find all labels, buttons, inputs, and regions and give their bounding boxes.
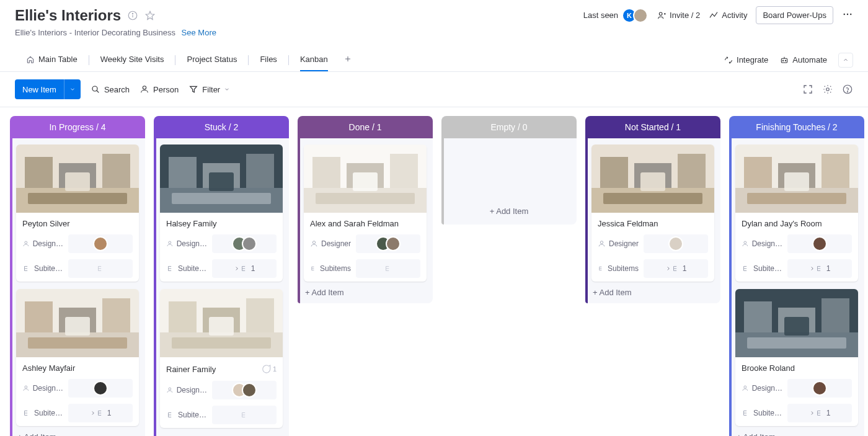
svg-point-20 <box>826 88 830 91</box>
avatar <box>242 383 257 398</box>
subitems-label: Subite… <box>166 411 207 419</box>
add-item-button[interactable]: + Add Item <box>10 426 145 436</box>
column-header[interactable]: Done / 1 <box>298 116 433 138</box>
tab-status[interactable]: Project Status <box>187 48 237 71</box>
add-tab-button[interactable] <box>339 49 356 71</box>
kanban-card[interactable]: Brooke RolandDesign…Subite… 1 <box>735 289 858 426</box>
fullscreen-icon[interactable] <box>802 84 813 95</box>
kanban-card[interactable]: Alex and Sarah FeldmanDesignerSubitems <box>304 145 427 282</box>
svg-rect-89 <box>312 157 340 188</box>
tab-files[interactable]: Files <box>260 48 277 71</box>
designer-value[interactable] <box>212 381 277 399</box>
tab-weekly[interactable]: Weekly Site Visits <box>100 48 164 71</box>
new-item-button[interactable]: New Item <box>15 79 81 99</box>
settings-icon[interactable] <box>822 84 833 95</box>
designer-value[interactable] <box>212 234 277 253</box>
last-seen[interactable]: Last seen K <box>583 8 648 23</box>
more-icon[interactable] <box>842 9 853 22</box>
kanban-card[interactable]: Jessica FeldmanDesignerSubitems 1 <box>591 145 714 282</box>
kanban-card[interactable]: Dylan and Jay's RoomDesign…Subite… 1 <box>735 145 858 282</box>
svg-point-2 <box>133 13 133 14</box>
column-header[interactable]: Empty / 0 <box>441 116 577 138</box>
designer-value[interactable] <box>787 234 852 253</box>
integrate-button[interactable]: Integrate <box>724 55 768 65</box>
svg-rect-124 <box>747 193 846 204</box>
page-title: Ellie's Interiors <box>15 7 121 24</box>
activity-label: Activity <box>722 11 747 20</box>
column-header[interactable]: Stuck / 2 <box>154 116 289 138</box>
tab-kanban[interactable]: Kanban <box>300 48 328 71</box>
subitems-value[interactable] <box>356 259 420 278</box>
svg-rect-59 <box>246 154 274 188</box>
person-icon <box>140 84 149 94</box>
add-item-button[interactable]: + Add Item <box>585 282 720 303</box>
subitems-value[interactable]: 1 <box>644 259 708 278</box>
column-header[interactable]: In Progress / 4 <box>10 116 145 138</box>
filter-button[interactable]: Filter <box>188 84 230 94</box>
kanban-card[interactable]: Ashley MayfairDesign…Subite… 1 <box>16 289 139 426</box>
activity-button[interactable]: Activity <box>709 11 747 20</box>
automate-button[interactable]: Automate <box>779 55 827 65</box>
designer-value[interactable] <box>644 234 708 253</box>
add-item-button[interactable]: + Add Item <box>298 282 433 303</box>
svg-rect-141 <box>784 317 809 336</box>
designer-value[interactable] <box>356 234 420 253</box>
designer-value[interactable] <box>68 234 133 253</box>
subitems-value[interactable]: 1 <box>787 404 852 422</box>
add-item-button[interactable]: + Add Item <box>729 426 864 436</box>
svg-rect-109 <box>640 172 665 191</box>
svg-point-4 <box>659 12 662 16</box>
avatar <box>812 381 827 396</box>
svg-rect-137 <box>744 301 772 332</box>
designer-label: Design… <box>742 239 782 248</box>
invite-button[interactable]: Invite / 2 <box>657 11 700 20</box>
star-icon[interactable] <box>144 10 156 21</box>
column-header[interactable]: Finishing Touches / 2 <box>729 116 864 138</box>
notes-icon[interactable] <box>842 84 853 95</box>
svg-point-22 <box>848 92 848 92</box>
designer-value[interactable] <box>68 379 133 398</box>
svg-point-30 <box>25 241 27 244</box>
subitems-value[interactable] <box>212 406 277 424</box>
avatar <box>242 236 257 251</box>
search-icon <box>91 84 100 94</box>
subitems-value[interactable]: 1 <box>787 259 852 278</box>
svg-point-7 <box>844 14 845 15</box>
see-more-link[interactable]: See More <box>182 28 216 37</box>
kanban-card[interactable]: Halsey FamilyDesign…Subite… 1 <box>160 145 283 282</box>
search-button[interactable]: Search <box>91 84 130 94</box>
subitems-value[interactable]: 1 <box>212 259 277 278</box>
powerups-button[interactable]: Board Power-Ups <box>756 6 833 24</box>
new-item-caret[interactable] <box>64 79 81 99</box>
collapse-button[interactable] <box>838 53 853 68</box>
last-seen-label: Last seen <box>583 11 618 20</box>
svg-point-126 <box>744 241 746 244</box>
info-icon[interactable] <box>127 10 138 21</box>
svg-point-16 <box>92 86 97 91</box>
svg-point-46 <box>25 386 27 388</box>
conversation-icon[interactable]: 1 <box>260 363 277 375</box>
tab-weekly-label: Weekly Site Visits <box>100 55 164 64</box>
kanban-card[interactable]: Rainer Family1Design…Subite… <box>160 289 283 428</box>
svg-marker-19 <box>190 86 197 92</box>
designer-label: Design… <box>742 384 782 393</box>
card-image <box>160 145 283 213</box>
person-filter[interactable]: Person <box>140 84 179 94</box>
subitems-value[interactable]: 1 <box>68 404 133 422</box>
svg-point-8 <box>847 14 848 15</box>
add-item-button[interactable]: + Add Item <box>154 428 289 436</box>
column-header[interactable]: Not Started / 1 <box>585 116 720 138</box>
integrate-icon <box>724 55 733 65</box>
subitems-value[interactable] <box>68 259 133 278</box>
card-title: Jessica Feldman <box>591 213 714 232</box>
kanban-column: Stuck / 2 Halsey FamilyDesign…Subite… 1 … <box>154 116 289 436</box>
add-item-button[interactable]: + Add Item <box>441 145 577 225</box>
kanban-card[interactable]: Peyton SilverDesign…Subite… <box>16 145 139 282</box>
avatar <box>93 381 108 396</box>
svg-rect-61 <box>209 172 234 191</box>
svg-point-14 <box>786 60 786 61</box>
tab-main-table[interactable]: Main Table <box>26 48 78 71</box>
designer-value[interactable] <box>787 379 852 398</box>
svg-rect-121 <box>744 157 772 188</box>
avatar <box>93 236 108 251</box>
